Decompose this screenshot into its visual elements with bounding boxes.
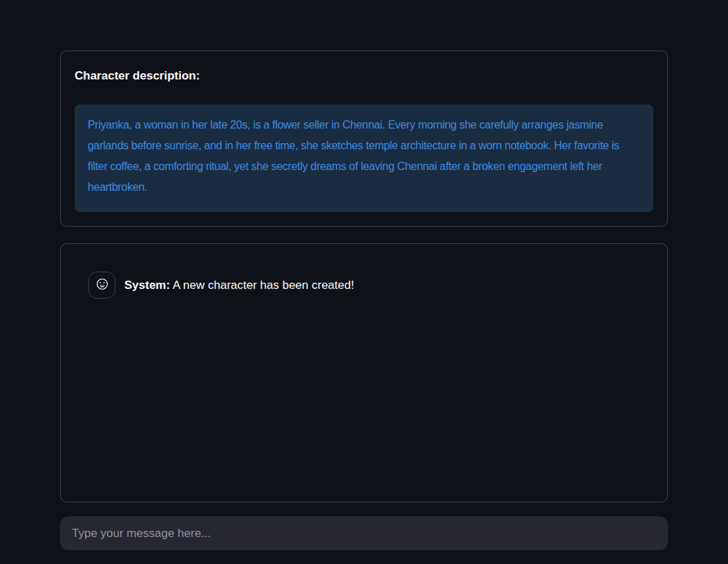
message-composer [60, 516, 668, 550]
character-description-box: Priyanka, a woman in her late 20s, is a … [75, 104, 653, 212]
chat-message-system: System: A new character has been created… [88, 272, 640, 299]
system-avatar [88, 272, 115, 299]
system-message-body: A new character has been created! [173, 279, 354, 292]
character-description-panel: Character description: Priyanka, a woman… [60, 50, 668, 227]
grinning-face-icon [96, 278, 108, 293]
system-message-text: System: A new character has been created… [124, 277, 354, 294]
chat-history-panel: System: A new character has been created… [60, 243, 668, 502]
system-message-sender: System: [124, 279, 170, 292]
app-container: Character description: Priyanka, a woman… [60, 0, 668, 550]
character-description-text: Priyanka, a woman in her late 20s, is a … [88, 115, 640, 198]
character-description-title: Character description: [75, 68, 653, 84]
message-input[interactable] [60, 516, 668, 550]
